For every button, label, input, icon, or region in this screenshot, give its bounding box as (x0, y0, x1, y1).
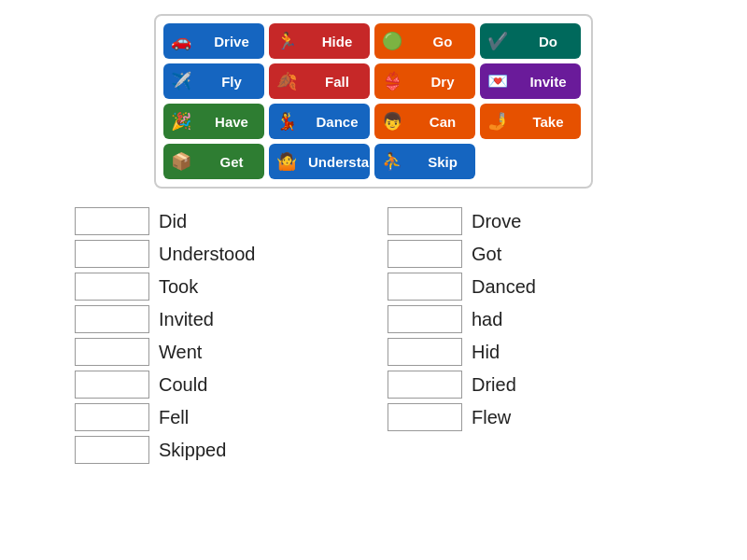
skip-icon: ⛹️ (374, 144, 410, 179)
word-bank: 🚗 Drive 🏃 Hide 🟢 Go ✔️ Do ✈️ Fly 🍂 Fall … (154, 14, 593, 189)
match-input-dried[interactable] (388, 371, 462, 399)
do-label: Do (515, 34, 581, 49)
match-row-invited: Invited (75, 305, 359, 333)
match-label-took: Took (159, 276, 198, 298)
wordbank-btn-dry[interactable]: 👙 Dry (374, 63, 475, 99)
wordbank-btn-hide[interactable]: 🏃 Hide (269, 23, 370, 59)
go-label: Go (410, 34, 475, 49)
invite-label: Invite (515, 74, 581, 90)
fall-icon: 🍂 (269, 63, 304, 99)
go-icon: 🟢 (374, 23, 410, 59)
match-row-skipped: Skipped (75, 436, 359, 464)
match-input-had[interactable] (388, 305, 462, 333)
have-icon: 🎉 (163, 104, 199, 139)
dry-icon: 👙 (374, 63, 410, 99)
understand-label: Understand (304, 154, 370, 170)
match-input-skipped[interactable] (75, 436, 149, 464)
wordbank-btn-go[interactable]: 🟢 Go (374, 23, 475, 59)
match-input-went[interactable] (75, 338, 149, 366)
match-row-dried: Dried (388, 371, 672, 399)
match-row-hid: Hid (388, 338, 672, 366)
match-row-flew: Flew (388, 403, 672, 431)
left-column: Did Understood Took Invited Went Could F… (75, 203, 359, 469)
match-label-dried: Dried (472, 374, 516, 396)
wordbank-btn-do[interactable]: ✔️ Do (480, 23, 581, 59)
match-label-got: Got (472, 244, 501, 265)
match-label-danced: Danced (472, 276, 536, 298)
wordbank-btn-dance[interactable]: 💃 Dance (269, 104, 370, 139)
can-label: Can (410, 114, 475, 130)
match-label-drove: Drove (472, 211, 521, 232)
get-icon: 📦 (163, 144, 199, 179)
match-row-drove: Drove (388, 207, 672, 235)
right-column: Drove Got Danced had Hid Dried Flew (388, 203, 672, 469)
wordbank-btn-drive[interactable]: 🚗 Drive (163, 23, 264, 59)
dance-icon: 💃 (269, 104, 304, 139)
match-input-did[interactable] (75, 207, 149, 235)
match-input-fell[interactable] (75, 403, 149, 431)
drive-icon: 🚗 (163, 23, 199, 59)
match-row-danced: Danced (388, 273, 672, 301)
drive-label: Drive (199, 34, 264, 49)
match-row-went: Went (75, 338, 359, 366)
match-input-took[interactable] (75, 273, 149, 301)
wordbank-btn-have[interactable]: 🎉 Have (163, 104, 264, 139)
match-row-did: Did (75, 207, 359, 235)
fly-icon: ✈️ (163, 63, 199, 99)
match-label-invited: Invited (159, 309, 214, 330)
match-label-did: Did (159, 211, 187, 232)
fall-label: Fall (304, 74, 370, 90)
wordbank-btn-take[interactable]: 🤳 Take (480, 104, 581, 139)
match-label-flew: Flew (472, 407, 511, 428)
match-input-got[interactable] (388, 240, 462, 268)
match-label-skipped: Skipped (159, 440, 226, 461)
dance-label: Dance (304, 114, 370, 130)
wordbank-btn-understand[interactable]: 🤷 Understand (269, 144, 370, 179)
match-row-took: Took (75, 273, 359, 301)
match-input-understood[interactable] (75, 240, 149, 268)
understand-icon: 🤷 (269, 144, 304, 179)
exercise-grid: Did Understood Took Invited Went Could F… (75, 203, 672, 469)
can-icon: 👦 (374, 104, 410, 139)
match-label-went: Went (159, 342, 202, 363)
get-label: Get (199, 154, 264, 170)
match-input-could[interactable] (75, 371, 149, 399)
wordbank-btn-skip[interactable]: ⛹️ Skip (374, 144, 475, 179)
hide-label: Hide (304, 34, 370, 49)
match-label-had: had (472, 309, 502, 330)
match-row-could: Could (75, 371, 359, 399)
match-input-invited[interactable] (75, 305, 149, 333)
match-label-hid: Hid (472, 342, 500, 363)
have-label: Have (199, 114, 264, 130)
match-input-flew[interactable] (388, 403, 462, 431)
wordbank-btn-invite[interactable]: 💌 Invite (480, 63, 581, 99)
match-row-got: Got (388, 240, 672, 268)
match-input-hid[interactable] (388, 338, 462, 366)
match-input-drove[interactable] (388, 207, 462, 235)
dry-label: Dry (410, 74, 475, 90)
hide-icon: 🏃 (269, 23, 304, 59)
wordbank-btn-can[interactable]: 👦 Can (374, 104, 475, 139)
fly-label: Fly (199, 74, 264, 90)
match-label-fell: Fell (159, 407, 189, 428)
take-label: Take (515, 114, 581, 130)
wordbank-btn-fall[interactable]: 🍂 Fall (269, 63, 370, 99)
match-row-fell: Fell (75, 403, 359, 431)
match-label-could: Could (159, 374, 207, 396)
wordbank-btn-get[interactable]: 📦 Get (163, 144, 264, 179)
match-input-danced[interactable] (388, 273, 462, 301)
match-row-understood: Understood (75, 240, 359, 268)
match-row-had: had (388, 305, 672, 333)
take-icon: 🤳 (480, 104, 515, 139)
invite-icon: 💌 (480, 63, 515, 99)
skip-label: Skip (410, 154, 475, 170)
wordbank-btn-fly[interactable]: ✈️ Fly (163, 63, 264, 99)
do-icon: ✔️ (480, 23, 515, 59)
match-label-understood: Understood (159, 244, 255, 265)
